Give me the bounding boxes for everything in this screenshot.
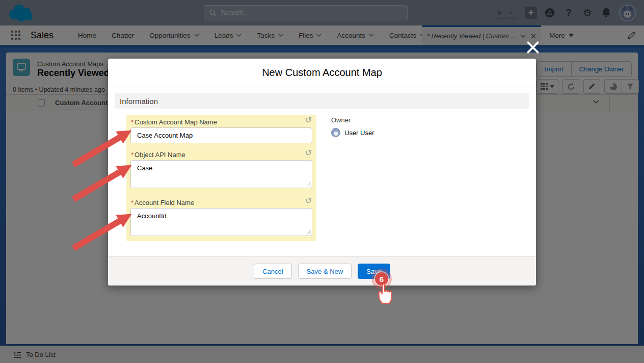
owner-avatar: [331, 128, 340, 137]
modal-header-divider: [108, 87, 536, 87]
object-api-name-textarea[interactable]: Case: [130, 160, 312, 188]
custom-account-map-name-input[interactable]: [130, 127, 312, 143]
save-and-new-button[interactable]: Save & New: [298, 264, 352, 279]
field-label-object-api-name: *Object API Name: [131, 151, 185, 159]
information-section-header: Information: [115, 93, 529, 109]
field-label-custom-account-map-name: *Custom Account Map Name: [131, 118, 217, 126]
owner-field: Owner User User: [331, 116, 374, 137]
required-asterisk: *: [131, 199, 133, 206]
save-button[interactable]: Save: [358, 264, 390, 279]
highlighted-fields-panel: *Custom Account Map Name ↺ *Object API N…: [126, 115, 316, 241]
new-custom-account-map-modal: New Custom Account Map Information *Cust…: [108, 59, 536, 286]
owner-name: User User: [344, 129, 374, 137]
owner-label: Owner: [331, 116, 374, 124]
required-asterisk: *: [131, 118, 133, 126]
undo-icon[interactable]: ↺: [305, 149, 312, 157]
modal-title: New Custom Account Map: [108, 67, 536, 79]
modal-close-icon[interactable]: [527, 41, 539, 54]
cancel-button[interactable]: Cancel: [254, 264, 291, 279]
undo-icon[interactable]: ↺: [305, 197, 312, 205]
undo-icon[interactable]: ↺: [305, 116, 312, 124]
modal-footer: Cancel Save & New Save: [108, 256, 536, 286]
field-label-account-field-name: *Account Field Name: [131, 199, 194, 206]
required-asterisk: *: [131, 151, 133, 159]
account-field-name-textarea[interactable]: AccountId: [130, 208, 312, 236]
